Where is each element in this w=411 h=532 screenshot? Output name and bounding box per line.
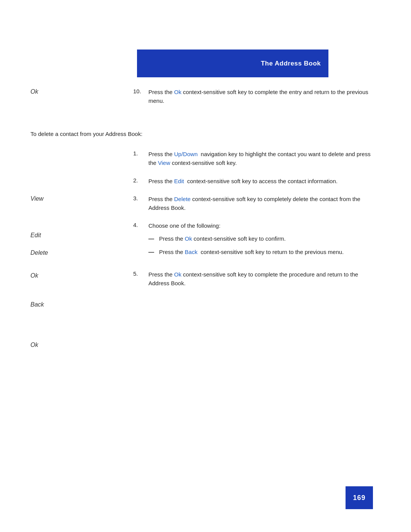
header-title: The Address Book <box>261 60 321 67</box>
step-2-text: Press the Edit context-sensitive soft ke… <box>148 177 373 185</box>
step-4-text: Choose one of the following: — Press the… <box>148 221 373 261</box>
step-2-item: 2. Press the Edit context-sensitive soft… <box>133 177 373 185</box>
step-10-content: 10. Press the Ok context-sensitive soft … <box>133 88 373 115</box>
dash-2: — <box>148 248 159 256</box>
step-3-number: 3. <box>133 195 148 201</box>
view-link: View <box>158 160 170 166</box>
sub-item-ok: — Press the Ok context-sensitive soft ke… <box>148 234 373 243</box>
step-1-item: 1. Press the Up/Down navigation key to h… <box>133 150 373 168</box>
sidebar-back-label: Back <box>30 301 133 308</box>
updown-link: Up/Down <box>174 151 198 157</box>
sub-text-ok: Press the Ok context-sensitive soft key … <box>159 234 373 243</box>
sub-item-back: — Press the Back context-sensitive soft … <box>148 248 373 256</box>
step-10-text: Press the Ok context-sensitive soft key … <box>148 88 373 105</box>
step-10-number: 10. <box>133 88 148 94</box>
delete-link: Delete <box>174 196 191 202</box>
edit-link: Edit <box>174 178 184 184</box>
step-10-sidebar-label: Ok <box>30 88 133 95</box>
page-container: The Address Book Ok 10. Press the Ok con… <box>0 0 411 532</box>
step-4-item: 4. Choose one of the following: — Press … <box>133 221 373 261</box>
ok-link-1: Ok <box>174 89 182 95</box>
sidebar-edit-label: Edit <box>30 232 133 239</box>
sidebar-delete-label: Delete <box>30 249 133 256</box>
step-2-number: 2. <box>133 177 148 184</box>
step-4-number: 4. <box>133 221 148 228</box>
content-area: Ok 10. Press the Ok context-sensitive so… <box>0 88 411 359</box>
sidebar-col: View Edit Delete Ok Back Ok <box>30 150 133 359</box>
step-3-item: 3. Press the Delete context-sensitive so… <box>133 195 373 212</box>
page-number: 169 <box>353 494 365 502</box>
header-bar: The Address Book <box>137 50 328 77</box>
page-number-box: 169 <box>346 486 373 509</box>
step-4-sub-items: — Press the Ok context-sensitive soft ke… <box>148 234 373 257</box>
step-5-item: 5. Press the Ok context-sensitive soft k… <box>133 270 373 288</box>
sidebar-ok-label-2: Ok <box>30 272 133 279</box>
step-3-text: Press the Delete context-sensitive soft … <box>148 195 373 212</box>
steps-col: 1. Press the Up/Down navigation key to h… <box>133 150 373 297</box>
delete-steps-container: View Edit Delete Ok Back Ok 1. Press the… <box>30 150 373 359</box>
sidebar-ok-label-3: Ok <box>30 342 133 348</box>
step-10-item: 10. Press the Ok context-sensitive soft … <box>133 88 373 105</box>
ok-link-3: Ok <box>174 271 182 278</box>
step-5-text: Press the Ok context-sensitive soft key … <box>148 270 373 288</box>
back-link: Back <box>185 249 198 255</box>
step-1-text: Press the Up/Down navigation key to high… <box>148 150 373 168</box>
sidebar-view-label: View <box>30 195 133 202</box>
step-10-section: Ok 10. Press the Ok context-sensitive so… <box>30 88 373 115</box>
sub-text-back: Press the Back context-sensitive soft ke… <box>159 248 373 256</box>
step-5-number: 5. <box>133 270 148 277</box>
dash-1: — <box>148 234 159 243</box>
section-intro: To delete a contact from your Address Bo… <box>30 130 373 139</box>
step-1-number: 1. <box>133 150 148 157</box>
ok-link-2: Ok <box>185 235 192 242</box>
